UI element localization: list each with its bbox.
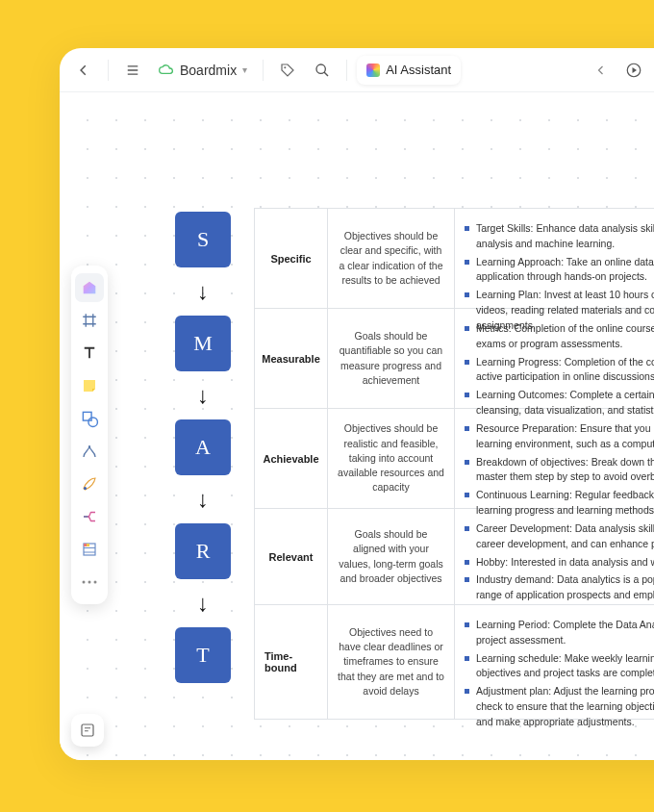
smart-label: Achievable — [255, 409, 328, 508]
menu-button[interactable] — [118, 56, 147, 85]
detail-item: Learning Approach: Take an online data a… — [465, 255, 654, 286]
chevron-down-icon: ▾ — [242, 64, 247, 75]
smart-node-t[interactable]: T — [175, 627, 231, 683]
board-name-dropdown[interactable]: Boardmix ▾ — [153, 56, 253, 85]
svg-point-0 — [284, 66, 286, 68]
arrow-down-icon: ↓ — [197, 596, 209, 610]
smart-node-s[interactable]: S — [175, 212, 231, 267]
smart-label: Time-bound — [255, 605, 328, 719]
detail-item: Industry demand: Data analytics is a pop… — [465, 572, 654, 603]
tool-frame[interactable] — [75, 306, 104, 335]
ai-assistant-label: AI Assistant — [386, 63, 451, 77]
tool-sticky-note[interactable] — [75, 371, 104, 400]
topbar: Boardmix ▾ AI Assistant — [60, 48, 654, 92]
detail-item: Learning Progress: Completion of the cou… — [465, 355, 654, 386]
smart-node-m[interactable]: M — [175, 316, 231, 371]
detail-item: Metrics: Completion of the online course… — [465, 321, 654, 352]
smart-details: Career Development: Data analysis skills… — [455, 509, 654, 604]
tool-connector[interactable] — [75, 437, 104, 466]
comment-list-icon — [79, 722, 96, 739]
table-row: Time-bound Objectives need to have clear… — [255, 605, 654, 719]
text-icon — [81, 344, 98, 362]
left-toolbar — [71, 266, 108, 604]
play-circle-icon — [625, 62, 642, 79]
tag-button[interactable] — [273, 56, 302, 85]
hamburger-icon — [125, 63, 140, 77]
detail-item: Breakdown of objectives: Break down the … — [465, 455, 654, 486]
cloud-synced-icon — [159, 64, 174, 76]
svg-rect-8 — [84, 544, 87, 546]
shape-logo-icon — [81, 279, 98, 296]
search-button[interactable] — [308, 56, 337, 85]
smart-label: Specific — [255, 209, 328, 308]
frame-icon — [81, 312, 98, 329]
back-button[interactable] — [69, 56, 98, 85]
divider — [346, 60, 347, 81]
shapes-icon — [81, 410, 99, 428]
smart-node-a[interactable]: A — [175, 419, 231, 475]
detail-item: Learning Outcomes: Complete a certain nu… — [465, 388, 654, 419]
detail-item: Hobby: Interested in data analysis and w… — [465, 555, 654, 571]
svg-point-5 — [88, 417, 97, 426]
chevron-left-icon — [77, 63, 90, 77]
grid-icon — [81, 541, 98, 558]
smart-diagram: S ↓ M ↓ A ↓ R ↓ T Specific Objectives sh… — [175, 208, 654, 720]
table-row: Measurable Goals should be quantifiable … — [255, 309, 654, 409]
tool-table[interactable] — [75, 535, 104, 564]
smart-nodes-column: S ↓ M ↓ A ↓ R ↓ T — [175, 208, 231, 720]
sticky-note-icon — [81, 377, 98, 394]
detail-item: Continuous Learning: Regular feedback an… — [465, 488, 654, 519]
smart-label: Measurable — [255, 309, 328, 408]
topbar-right — [581, 48, 654, 92]
svg-point-10 — [83, 581, 86, 584]
divider — [263, 60, 264, 81]
smart-table[interactable]: Specific Objectives should be clear and … — [254, 208, 654, 720]
smart-details: Metrics: Completion of the online course… — [455, 309, 654, 408]
tag-icon — [280, 63, 295, 78]
board-name-label: Boardmix — [180, 63, 237, 78]
table-row: Achievable Objectives should be realisti… — [255, 409, 654, 509]
tool-brush[interactable] — [75, 469, 104, 498]
ai-logo-icon — [366, 63, 380, 77]
svg-rect-9 — [87, 544, 89, 546]
detail-item: Learning Period: Complete the Data Analy… — [465, 618, 654, 648]
tool-shapes[interactable] — [75, 404, 104, 433]
brush-icon — [81, 475, 98, 493]
smart-details: Target Skills: Enhance data analysis ski… — [455, 209, 654, 308]
smart-node-r[interactable]: R — [175, 523, 231, 579]
arrow-down-icon: ↓ — [197, 389, 209, 402]
smart-details: Resource Preparation: Ensure that you ha… — [455, 409, 654, 508]
detail-item: Career Development: Data analysis skills… — [465, 521, 654, 552]
svg-point-12 — [94, 581, 97, 584]
play-button[interactable] — [619, 56, 648, 85]
tool-shapes-logo[interactable] — [75, 273, 104, 302]
svg-rect-13 — [82, 724, 93, 736]
canvas[interactable]: S ↓ M ↓ A ↓ R ↓ T Specific Objectives sh… — [60, 92, 654, 760]
tool-mindmap[interactable] — [75, 502, 104, 531]
smart-description: Objectives should be clear and specific,… — [328, 209, 455, 308]
detail-item: Learning schedule: Make weekly learning … — [465, 651, 654, 682]
smart-description: Objectives should be realistic and feasi… — [328, 409, 455, 508]
smart-description: Objectives need to have clear deadlines … — [328, 605, 455, 719]
svg-point-6 — [84, 487, 87, 490]
divider — [108, 60, 109, 81]
detail-item: Adjustment plan: Adjust the learning pro… — [465, 684, 654, 729]
chevron-left-icon — [595, 64, 607, 76]
pen-icon — [81, 443, 98, 460]
more-icon — [81, 579, 98, 585]
smart-description: Goals should be aligned with your values… — [328, 509, 455, 604]
expand-panel-button[interactable] — [587, 56, 616, 85]
tool-more[interactable] — [75, 568, 104, 596]
comment-panel-button[interactable] — [71, 714, 104, 747]
app-window: Boardmix ▾ AI Assistant — [60, 48, 654, 760]
smart-description: Goals should be quantifiable so you can … — [328, 309, 455, 408]
ai-assistant-button[interactable]: AI Assistant — [357, 56, 461, 85]
svg-point-11 — [88, 581, 91, 584]
table-row: Relevant Goals should be aligned with yo… — [255, 509, 654, 605]
arrow-down-icon: ↓ — [197, 493, 209, 506]
smart-label: Relevant — [255, 509, 328, 604]
tool-text[interactable] — [75, 339, 104, 368]
detail-item: Target Skills: Enhance data analysis ski… — [465, 221, 654, 252]
smart-details: Learning Period: Complete the Data Analy… — [455, 605, 654, 719]
table-row: Specific Objectives should be clear and … — [255, 209, 654, 309]
